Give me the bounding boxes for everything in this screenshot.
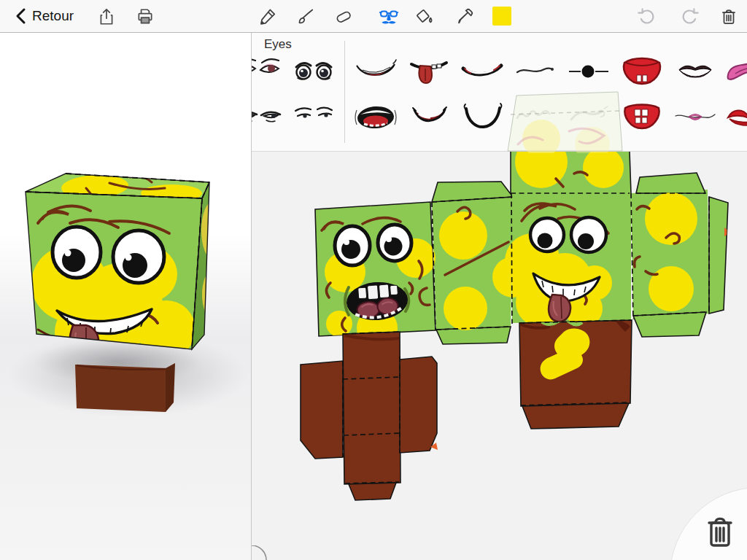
share-icon <box>97 7 116 26</box>
mouth-option-open-smirk[interactable] <box>352 54 399 89</box>
mouth-option-pink-lips[interactable] <box>672 100 719 135</box>
lidded-sly-eyes-icon <box>252 100 282 135</box>
brush-tool-button[interactable] <box>295 6 317 28</box>
mouth-option-small-o[interactable] <box>565 54 612 89</box>
chevron-left-icon <box>13 7 29 25</box>
v-smile-mouth-icon <box>406 100 452 135</box>
mouth-option-scribble[interactable] <box>512 100 559 135</box>
mouth-option-v-smile[interactable] <box>406 100 452 135</box>
eye-option-skeptical[interactable] <box>290 100 337 135</box>
sly-grin-mouth-icon <box>459 54 506 89</box>
app-window: Retour <box>0 0 747 560</box>
disguise-glasses-icon <box>379 7 399 27</box>
eraser-tool-button[interactable] <box>333 6 355 28</box>
eye-option-lidded-sly[interactable] <box>252 100 282 135</box>
corner-arc-handle[interactable] <box>252 545 270 560</box>
wink-smirk-mouth-icon <box>565 100 612 135</box>
trash-icon <box>719 7 738 26</box>
mouth-option-wide-grin[interactable] <box>459 100 506 135</box>
panel-title: Eyes <box>264 37 292 52</box>
thin-wavy-mouth-icon <box>512 54 559 89</box>
share-button[interactable] <box>96 6 117 28</box>
mouth-option-wink-smirk[interactable] <box>565 100 612 135</box>
brush-icon <box>296 7 315 26</box>
mouth-option-thin-wavy[interactable] <box>512 54 559 89</box>
undo-button[interactable] <box>636 6 658 28</box>
print-icon <box>136 7 155 26</box>
mouth-option-sly-grin[interactable] <box>459 54 506 89</box>
pencil-icon <box>258 7 277 26</box>
wide-grin-mouth-icon <box>459 100 506 135</box>
mouth-option-red-lips[interactable] <box>725 100 747 135</box>
print-button[interactable] <box>134 6 156 28</box>
back-label: Retour <box>32 8 74 24</box>
preview-3d-render[interactable] <box>0 32 252 560</box>
redo-icon <box>679 7 700 27</box>
tongue-lick-mouth-icon <box>725 54 747 89</box>
open-smirk-mouth-icon <box>352 54 399 89</box>
red-toothy-mouth-icon <box>619 54 665 89</box>
sticker-panel: Eyes <box>252 32 747 152</box>
color-swatch-button[interactable] <box>492 7 511 26</box>
mouth-option-red-four-teeth[interactable] <box>619 100 665 135</box>
toolbar: Retour <box>0 0 747 33</box>
undo-icon <box>637 7 657 27</box>
mouth-option-dark-lips[interactable] <box>672 54 719 89</box>
pink-lips-mouth-icon <box>672 100 719 135</box>
glam-makeup-eyes-icon <box>252 54 282 89</box>
disguise-sticker-tool-button[interactable] <box>378 6 400 28</box>
red-four-teeth-mouth-icon <box>619 100 665 135</box>
anime-sparkle-eyes-icon <box>290 54 337 89</box>
eyedropper-tool-button[interactable] <box>454 6 476 28</box>
dark-lips-mouth-icon <box>672 54 719 89</box>
fill-bucket-icon <box>415 7 434 26</box>
pedestal-template-cross <box>301 332 437 500</box>
preview-3d-panel <box>0 32 252 560</box>
editor-area: Eyes <box>252 32 747 560</box>
pencil-tool-button[interactable] <box>257 6 279 28</box>
red-lips-mouth-icon <box>725 100 747 135</box>
back-button[interactable]: Retour <box>9 0 78 32</box>
small-o-mouth-icon <box>565 54 612 89</box>
panel-divider <box>344 41 345 143</box>
skeptical-eyes-icon <box>290 100 337 135</box>
eye-option-anime-sparkle[interactable] <box>290 54 337 89</box>
papercraft-template-canvas[interactable] <box>252 152 747 560</box>
head-cube-3d <box>26 174 225 365</box>
scribble-mouth-icon <box>512 100 559 135</box>
eraser-icon <box>334 7 353 26</box>
mouth-option-tongue-lick[interactable] <box>725 54 747 89</box>
pedestal-3d <box>75 363 175 412</box>
mouth-option-tongue-out[interactable] <box>406 54 452 89</box>
mouth-option-laughing[interactable] <box>352 100 399 135</box>
fill-bucket-tool-button[interactable] <box>414 6 436 28</box>
pedestal-template-right <box>519 319 632 429</box>
laughing-mouth-icon <box>352 100 399 135</box>
mouth-option-red-toothy[interactable] <box>619 54 665 89</box>
eyedropper-icon <box>455 7 474 26</box>
trash-drop-icon <box>703 512 738 551</box>
redo-button[interactable] <box>678 6 700 28</box>
eye-option-glam-makeup[interactable] <box>252 54 282 89</box>
clear-trash-button[interactable] <box>718 6 740 28</box>
tongue-out-mouth-icon <box>406 54 452 89</box>
